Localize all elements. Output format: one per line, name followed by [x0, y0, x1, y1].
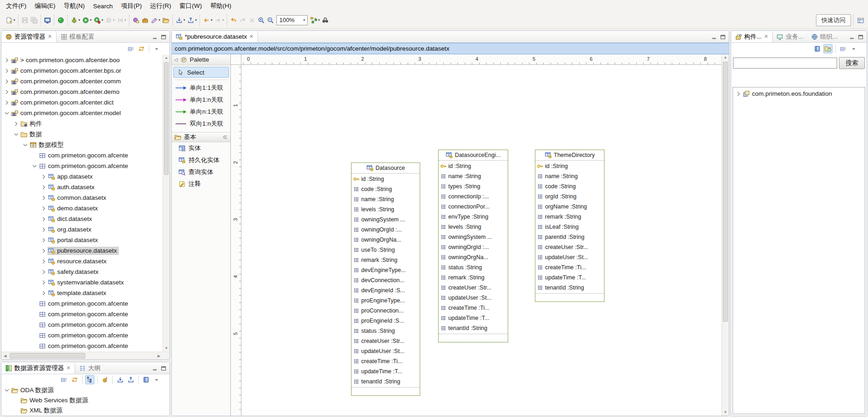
menu-item[interactable]: 项目(P)	[117, 0, 146, 12]
entity-field[interactable]: createUser :Str...	[439, 283, 508, 293]
entity-field[interactable]: id :String	[439, 161, 508, 171]
menu-item[interactable]: 导航(N)	[59, 0, 89, 12]
entity-field[interactable]: status :String	[352, 326, 420, 336]
palette-tool-query-entity[interactable]: 查询实体	[172, 166, 230, 178]
tree-item[interactable]: com.primeton.gocom.afcenter.comm	[1, 76, 163, 87]
import-button[interactable]	[116, 375, 125, 384]
console-button[interactable]	[43, 16, 52, 25]
entity-field[interactable]: updateUser :St...	[439, 293, 508, 303]
link-editor-button[interactable]	[70, 375, 79, 384]
dropdown-arrow-icon[interactable]: ▾	[90, 18, 92, 22]
view-menu-button[interactable]	[152, 375, 161, 384]
maximize-icon[interactable]	[719, 33, 727, 41]
close-icon[interactable]: ✕	[763, 34, 768, 40]
maximize-icon[interactable]	[160, 33, 167, 41]
tree-item[interactable]: com.primeton.gocom.afcente	[1, 161, 163, 171]
minimize-icon[interactable]	[848, 33, 856, 41]
expand-arrow-icon[interactable]	[40, 247, 47, 255]
expand-arrow-icon[interactable]	[40, 268, 47, 276]
tree-item[interactable]: XML 数据源	[1, 405, 170, 416]
entity-field[interactable]: types :String	[439, 181, 508, 191]
collapse-all-button[interactable]	[839, 44, 848, 53]
tree-item[interactable]: com.primeton.gocom.afcente	[1, 298, 163, 309]
entity-field[interactable]: levels :String	[352, 204, 420, 214]
palette-collapse-icon[interactable]: ◁	[174, 57, 178, 62]
menu-item[interactable]: 帮助(H)	[206, 0, 235, 12]
collapse-all-button[interactable]	[59, 375, 69, 384]
save-all-button[interactable]	[29, 16, 39, 25]
tree-item[interactable]: > com.primeton.gocom.afcenter.boo	[1, 55, 163, 65]
entity-field[interactable]: updateTime :T...	[535, 272, 604, 283]
entity-field[interactable]: owningOrgId :...	[439, 242, 508, 252]
run-button[interactable]: ▾	[81, 16, 93, 25]
menu-item[interactable]: Search	[89, 1, 117, 11]
entity-field[interactable]: createTime :Ti...	[439, 303, 508, 313]
tree-item[interactable]: com.primeton.gocom.afcenter.bps.or	[1, 65, 163, 76]
tree-item[interactable]: com.primeton.gocom.afcente	[1, 319, 163, 330]
hierarchy-button[interactable]	[85, 375, 94, 384]
menu-item[interactable]: 文件(F)	[2, 0, 30, 12]
tree-item[interactable]: auth.datasetx	[1, 182, 163, 192]
expand-arrow-icon[interactable]	[3, 88, 11, 96]
diagram-canvas[interactable]: Datasourceid :Stringcode :Stringname :St…	[241, 65, 721, 416]
entity-field[interactable]: name :String	[439, 171, 508, 181]
entity-field[interactable]: remark :String	[439, 272, 508, 283]
entity-field[interactable]: connectionPor...	[439, 202, 508, 212]
tab-business[interactable]: 业务...	[773, 31, 807, 42]
tree-item[interactable]: dict.datasetx	[1, 214, 163, 224]
expand-arrow-icon[interactable]	[40, 237, 47, 244]
explorer-horizontal-scrollbar[interactable]: ◀ ▶	[1, 352, 170, 359]
palette-drawer-basic[interactable]: 基本	[172, 132, 230, 142]
step-button[interactable]: ▾	[116, 16, 127, 25]
collapse-arrow-icon[interactable]	[12, 131, 20, 138]
entity-field[interactable]: orgName :String	[535, 202, 604, 212]
tree-item[interactable]: com.primeton.gocom.afcenter.dict	[1, 97, 163, 108]
tree-item[interactable]: com.primeton.gocom.afcenter.model	[1, 108, 163, 118]
expand-arrow-icon[interactable]	[40, 290, 47, 297]
maximize-icon[interactable]	[857, 33, 864, 41]
run-config-button[interactable]: ▾	[93, 16, 104, 25]
tree-item[interactable]: 数据模型	[1, 139, 163, 150]
tree-item[interactable]: ODA 数据源	[1, 385, 170, 395]
dropdown-arrow-icon[interactable]: ▾	[113, 18, 115, 22]
entity-field[interactable]: createTime :Ti...	[352, 356, 420, 366]
entity-field[interactable]: code :String	[535, 181, 604, 191]
palette-tool-relation[interactable]: 单向1:1关联	[172, 82, 230, 94]
entity-field[interactable]: proEngineType...	[352, 295, 420, 306]
entity-field[interactable]: updateTime :T...	[439, 313, 508, 323]
editor-tab-pubresource[interactable]: *pubresource.datasetx ✕	[172, 31, 258, 42]
tab-outline[interactable]: 大纲	[75, 362, 104, 374]
tree-item[interactable]: safety.datasetx	[1, 266, 163, 277]
book-button[interactable]	[141, 375, 151, 384]
expand-arrow-icon[interactable]	[40, 173, 47, 180]
tree-item[interactable]: Web Services 数据源	[1, 395, 170, 405]
entity-field[interactable]: owningOrgNa...	[352, 235, 420, 245]
redo-button[interactable]	[238, 16, 247, 25]
entity-field[interactable]: owningOrgId :...	[352, 225, 420, 235]
scroll-up-icon[interactable]: ▲	[722, 54, 729, 61]
collapse-all-button[interactable]	[126, 44, 135, 53]
palette-tool-persistent-entity[interactable]: 持久化实体	[172, 154, 230, 166]
entity-field[interactable]: remark :String	[352, 255, 420, 265]
menu-item[interactable]: 运行(R)	[146, 0, 176, 12]
dropdown-arrow-icon[interactable]: ▾	[124, 18, 126, 22]
profile-button[interactable]: ▾	[150, 16, 161, 25]
editor-vertical-scrollbar[interactable]: ▲ ▼	[721, 54, 729, 416]
link-editor-button[interactable]	[137, 44, 146, 53]
hand-button[interactable]	[100, 375, 110, 384]
open-folder-button[interactable]	[161, 16, 170, 25]
palette-tool-relation[interactable]: 双向1:n关联	[172, 118, 230, 130]
entity-field[interactable]: owningOrgNa...	[439, 252, 508, 262]
palette-tool-select[interactable]: Select	[173, 67, 229, 78]
collapse-arrow-icon[interactable]	[31, 162, 38, 170]
scroll-left-icon[interactable]: ◀	[1, 352, 9, 359]
entity-field[interactable]: remark :String	[535, 212, 604, 222]
entity-field[interactable]: owningSystem ...	[352, 214, 420, 225]
tree-item[interactable]: resource.datasetx	[1, 256, 163, 266]
tab-organization[interactable]: 组织...	[807, 31, 841, 42]
entity-field[interactable]: name :String	[352, 194, 420, 204]
tree-item[interactable]: com.primeton.gocom.afcenter.demo	[1, 87, 163, 97]
dropdown-arrow-icon[interactable]: ▾	[211, 18, 212, 22]
entity-field[interactable]: levels :String	[439, 222, 508, 232]
expand-arrow-icon[interactable]	[12, 120, 20, 127]
